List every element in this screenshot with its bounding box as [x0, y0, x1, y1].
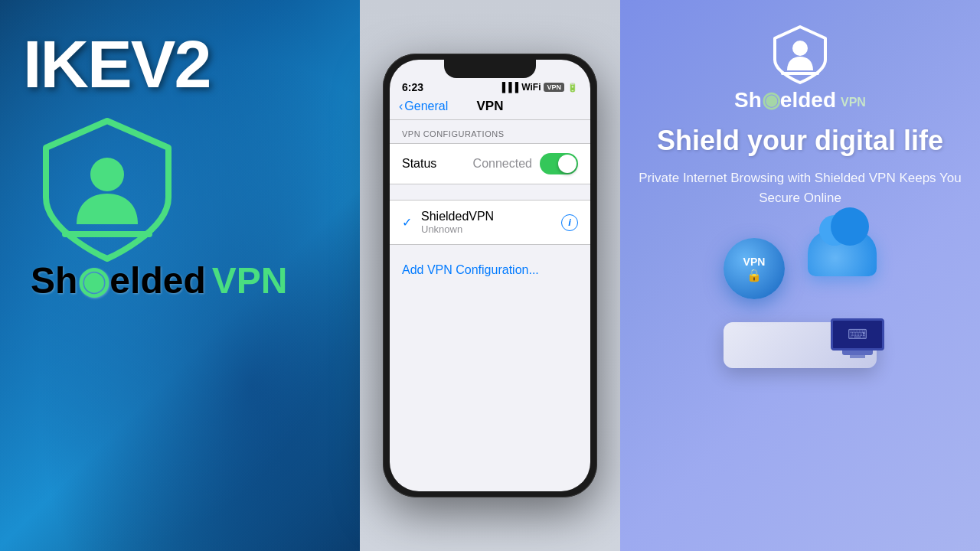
- computer-icon: ⌨: [831, 318, 884, 360]
- svg-point-0: [90, 158, 124, 191]
- vpn-toggle[interactable]: [540, 153, 578, 174]
- nav-back-label: General: [404, 99, 448, 113]
- add-vpn-row[interactable]: Add VPN Configuration...: [390, 253, 590, 288]
- vpn-item-sub: Unknown: [421, 223, 494, 235]
- vpn-item-name: ShieldedVPN: [421, 210, 494, 223]
- vpn-sphere: VPN 🔒: [724, 238, 785, 299]
- brand-sh: Sh: [31, 260, 77, 301]
- vpn-item-info: ShieldedVPN Unknown: [421, 210, 494, 235]
- center-panel: 6:23 ▐▐▐ WiFi VPN 🔋 ‹ General VPN VPN CO…: [360, 0, 620, 551]
- phone-device: 6:23 ▐▐▐ WiFi VPN 🔋 ‹ General VPN VPN CO…: [383, 54, 597, 497]
- section-header: VPN CONFIGURATIONS: [390, 120, 590, 143]
- vpn-info-icon[interactable]: i: [561, 214, 578, 231]
- right-panel-logo: Sh◉elded VPN: [734, 23, 866, 112]
- nav-title: VPN: [477, 99, 504, 114]
- right-tagline: Shield your digital life: [657, 125, 943, 156]
- signal-icon: ▐▐▐: [499, 82, 519, 93]
- right-brand-vpn: VPN: [841, 96, 866, 109]
- wifi-icon: WiFi: [521, 82, 541, 93]
- phone-notch: [444, 60, 536, 78]
- chevron-left-icon: ‹: [399, 99, 403, 113]
- brand-shielded-text: Sh◉elded: [31, 259, 206, 302]
- right-panel: Sh◉elded VPN Shield your digital life Pr…: [620, 0, 980, 551]
- brand-name: Sh◉elded VPN: [31, 259, 287, 302]
- svg-point-2: [792, 41, 808, 56]
- vpn-content: VPN CONFIGURATIONS Status Connected: [390, 120, 590, 288]
- brand-i-icon: ◉: [77, 260, 109, 301]
- computer-stand: [850, 355, 865, 358]
- brand-vpn-text: VPN: [212, 259, 288, 302]
- monitor-icon: ⌨: [848, 326, 867, 343]
- lock-icon: 🔒: [746, 268, 762, 282]
- right-description: Private Internet Browsing with Shielded …: [635, 168, 965, 207]
- add-vpn-text[interactable]: Add VPN Configuration...: [402, 263, 539, 276]
- status-right: Connected: [473, 153, 578, 174]
- nav-bar: ‹ General VPN: [390, 96, 590, 120]
- vpn-item-row[interactable]: ✓ ShieldedVPN Unknown i: [390, 200, 590, 245]
- toggle-thumb: [558, 155, 577, 173]
- phone-screen: 6:23 ▐▐▐ WiFi VPN 🔋 ‹ General VPN VPN CO…: [390, 60, 590, 491]
- vpn-configurations-group: Status Connected: [390, 143, 590, 184]
- checkmark-icon: ✓: [402, 215, 412, 230]
- cloud-icon: [808, 230, 877, 276]
- right-shield-icon: [766, 23, 835, 84]
- right-brand-name: Sh◉elded: [734, 87, 836, 112]
- right-illustration: VPN 🔒 ⌨: [701, 230, 900, 383]
- nav-back-button[interactable]: ‹ General: [399, 99, 448, 113]
- computer-screen: ⌨: [831, 318, 884, 350]
- ikev2-title: IKEV2: [23, 31, 210, 98]
- shield-logo-container: Sh◉elded VPN: [23, 113, 287, 302]
- vpn-item-left: ✓ ShieldedVPN Unknown: [402, 210, 494, 235]
- brand-elded: elded: [109, 260, 205, 301]
- status-time: 6:23: [402, 81, 423, 93]
- status-row: Status Connected: [390, 144, 590, 184]
- vpn-status-badge: VPN: [544, 83, 564, 92]
- vpn-sphere-label: VPN: [743, 256, 766, 268]
- status-icons: ▐▐▐ WiFi VPN 🔋: [499, 82, 578, 93]
- shield-icon: [23, 113, 191, 266]
- status-label: Status: [402, 157, 436, 171]
- right-brand: Sh◉elded VPN: [734, 87, 866, 112]
- battery-icon: 🔋: [567, 83, 578, 93]
- status-value: Connected: [473, 157, 532, 171]
- left-panel: IKEV2 Sh◉elded VPN: [0, 0, 360, 551]
